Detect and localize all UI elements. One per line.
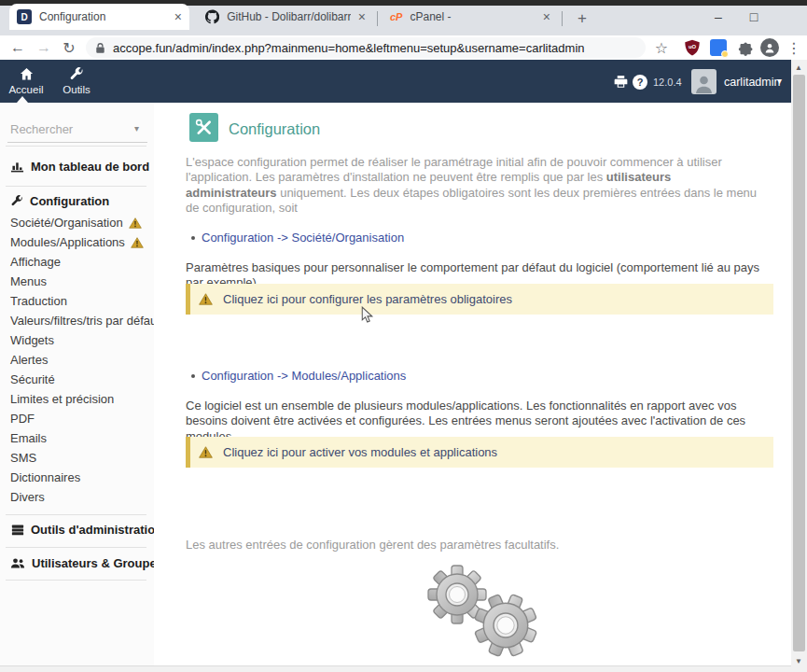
warning-text: Cliquez ici pour activer vos modules et … (223, 445, 497, 459)
sidebar-item-menus[interactable]: Menus (10, 274, 47, 288)
tab-title: Configuration (39, 10, 167, 23)
sidebar-item-label: PDF (10, 412, 35, 426)
app-version: 12.0.4 (653, 77, 682, 88)
sidebar-item-label: Menus (10, 274, 47, 288)
sidebar-section-configuration[interactable]: Configuration (11, 194, 109, 208)
footer-strip (0, 665, 791, 672)
browser-profile-avatar[interactable] (760, 38, 779, 57)
scrollbar-up-icon[interactable]: ▲ (795, 63, 802, 72)
tab-title: GitHub - Dolibarr/dolibarr: Dolib (227, 10, 351, 23)
sidebar-section-users-groups[interactable]: Utilisateurs & Groupes (10, 556, 163, 570)
sidebar-item-limites[interactable]: Limites et précision (10, 392, 114, 406)
link-societe-organisation[interactable]: Configuration -> Société/Organisation (202, 231, 404, 245)
tab-close-icon[interactable]: × (174, 10, 182, 23)
warning-text: Cliquez ici pour configurer les paramètr… (223, 292, 512, 306)
divider (6, 514, 146, 515)
sidebar-item-divers[interactable]: Divers (10, 490, 45, 504)
bullet-icon (191, 374, 195, 378)
reload-icon[interactable]: ↻ (59, 38, 79, 57)
sidebar-item-label: Valeurs/filtres/tris par défaut (10, 314, 160, 328)
tab-cpanel[interactable]: cP cPanel - × (383, 4, 558, 30)
blue-extension-icon[interactable] (710, 39, 727, 56)
active-menu-notch (17, 96, 28, 103)
nav-item-accueil[interactable]: Accueil (7, 67, 45, 95)
sidebar-item-label: Traduction (10, 294, 67, 308)
bar-chart-icon (10, 160, 24, 174)
tab-divider (562, 11, 563, 26)
sidebar-item-label: Alertes (10, 353, 48, 367)
sidebar-item-dashboard[interactable]: Mon tableau de bord (10, 160, 149, 174)
cpanel-favicon-icon: cP (390, 11, 402, 22)
username-menu[interactable]: carlitadmin (724, 76, 780, 89)
sidebar-item-dictionnaires[interactable]: Dictionnaires (10, 470, 80, 484)
warning-icon (131, 237, 144, 248)
sidebar-item-modules[interactable]: Modules/Applications (10, 235, 144, 249)
extensions-puzzle-icon[interactable] (736, 39, 753, 56)
warning-icon (129, 217, 142, 229)
sidebar-item-label: Modules/Applications (10, 235, 125, 249)
divider (6, 186, 146, 187)
sidebar-item-securite[interactable]: Sécurité (10, 372, 55, 386)
sidebar-item-sms[interactable]: SMS (10, 451, 36, 465)
github-favicon-icon (205, 9, 219, 24)
sidebar-item-alertes[interactable]: Alertes (10, 353, 48, 367)
footnote-text: Les autres entrées de configuration gère… (186, 538, 559, 552)
setup-tools-icon (189, 113, 218, 142)
tab-configuration[interactable]: D Configuration × (9, 4, 189, 30)
back-icon[interactable]: ← (7, 38, 28, 57)
window-maximize-button[interactable]: □ (740, 6, 768, 28)
warning-banner-modules[interactable]: Cliquez ici pour activer vos modules et … (186, 437, 773, 468)
ublock-extension-icon[interactable] (684, 39, 701, 56)
sidebar-item-affichage[interactable]: Affichage (10, 255, 61, 269)
url-text[interactable]: accope.fun/admin/index.php?mainmenu=home… (113, 41, 585, 55)
address-bar[interactable]: accope.fun/admin/index.php?mainmenu=home… (86, 37, 646, 58)
nav-item-outils[interactable]: Outils (58, 67, 95, 95)
sidebar-item-label: Société/Organisation (10, 216, 123, 230)
sidebar-item-label: Widgets (10, 333, 54, 347)
bullet-icon (191, 236, 195, 240)
extension-badge (721, 50, 729, 58)
lock-icon (95, 42, 105, 54)
browser-window: D Configuration × GitHub - Dolibarr/doli… (0, 0, 807, 672)
tab-close-icon[interactable]: × (358, 10, 366, 23)
scrollbar-down-icon[interactable]: ▼ (795, 657, 802, 665)
divider (6, 146, 146, 147)
sidebar-item-valeurs[interactable]: Valeurs/filtres/tris par défaut (10, 314, 160, 328)
browser-menu-icon[interactable]: ⋮ (784, 38, 804, 57)
chevron-down-icon[interactable]: ▾ (777, 76, 782, 86)
warning-banner-parametres[interactable]: Cliquez ici pour configurer les paramètr… (186, 284, 773, 315)
sidebar-item-label: Sécurité (10, 372, 55, 386)
user-avatar[interactable] (691, 69, 717, 94)
help-icon[interactable]: ? (633, 75, 647, 90)
sidebar-item-emails[interactable]: Emails (10, 431, 47, 445)
tab-close-icon[interactable]: × (543, 10, 550, 23)
sidebar-section-admin-tools[interactable]: Outils d'administration (11, 523, 162, 537)
page-title: Configuration (229, 120, 320, 138)
sidebar-item-label: SMS (10, 451, 36, 465)
scrollbar-thumb[interactable] (793, 75, 805, 651)
tab-github[interactable]: GitHub - Dolibarr/dolibarr: Dolib × (198, 4, 373, 30)
users-icon (10, 557, 25, 569)
dolibarr-favicon-icon: D (17, 9, 32, 24)
sidebar-item-traduction[interactable]: Traduction (10, 294, 67, 308)
sidebar-item-societe[interactable]: Société/Organisation (10, 216, 142, 230)
sidebar-section-label: Mon tableau de bord (31, 160, 149, 174)
window-close-button[interactable] (775, 6, 803, 28)
nav-label: Outils (63, 84, 90, 95)
server-rows-icon (11, 524, 24, 537)
window-minimize-button[interactable]: – (704, 6, 732, 28)
sidebar-section-label: Configuration (30, 194, 109, 208)
sidebar-item-label: Dictionnaires (10, 470, 80, 484)
link-modules-applications[interactable]: Configuration -> Modules/Applications (202, 369, 406, 383)
forward-icon[interactable]: → (34, 38, 54, 57)
sidebar-item-label: Divers (10, 490, 45, 504)
printer-icon[interactable] (614, 75, 628, 89)
sidebar-item-pdf[interactable]: PDF (10, 412, 35, 426)
sidebar-item-widgets[interactable]: Widgets (10, 333, 54, 347)
bookmark-star-icon[interactable]: ☆ (651, 38, 672, 57)
search-select[interactable] (0, 103, 154, 146)
sidebar-section-label: Outils d'administration (31, 523, 162, 537)
mouse-cursor (361, 306, 373, 324)
sidebar-item-label: Limites et précision (10, 392, 114, 406)
new-tab-button[interactable]: + (571, 7, 593, 30)
